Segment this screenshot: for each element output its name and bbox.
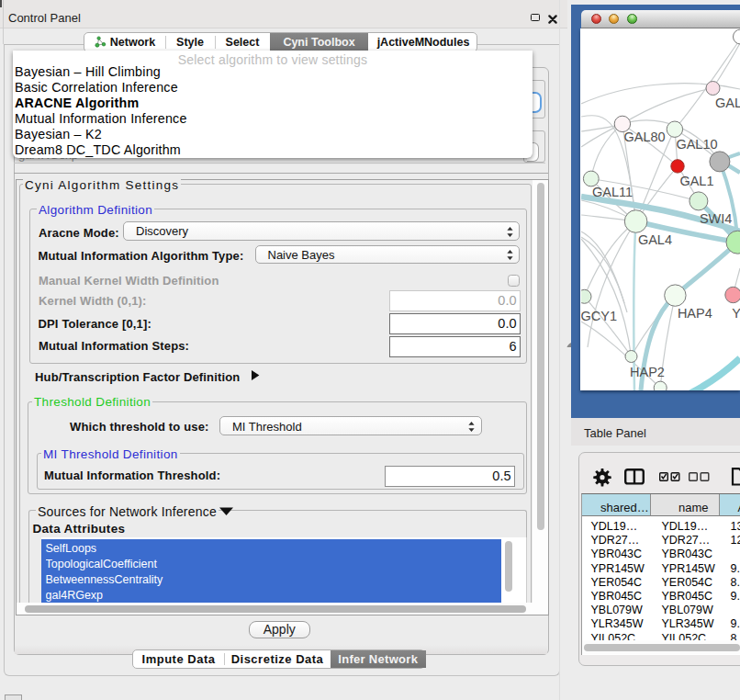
svg-text:GCY1: GCY1 <box>581 309 617 323</box>
svg-text:GAL80: GAL80 <box>624 130 666 144</box>
svg-text:GAL1: GAL1 <box>679 174 713 188</box>
svg-text:GAL10: GAL10 <box>676 137 717 152</box>
svg-text:HAP4: HAP4 <box>678 306 712 321</box>
svg-text:GAL7: GAL7 <box>715 96 740 110</box>
svg-text:HAP2: HAP2 <box>630 365 665 379</box>
svg-text:SWI4: SWI4 <box>700 211 732 226</box>
svg-text:Y: Y <box>732 306 740 321</box>
svg-text:GAL11: GAL11 <box>592 185 633 199</box>
svg-text:GAL4: GAL4 <box>638 232 672 247</box>
